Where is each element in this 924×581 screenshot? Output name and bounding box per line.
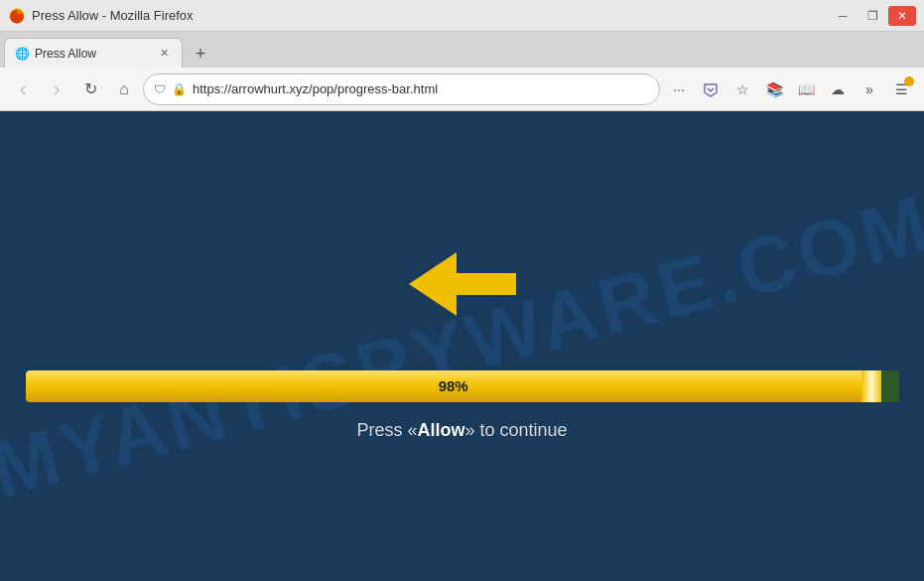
reader-view-button[interactable]: 📖 — [791, 74, 821, 104]
minimize-button[interactable]: ─ — [829, 6, 857, 26]
forward-button[interactable]: › — [42, 74, 71, 104]
page-content: MYANTISPYWARE.COM 98% Press «Allow» to c… — [0, 111, 924, 581]
arrow-body — [457, 273, 516, 295]
watermark: MYANTISPYWARE.COM — [0, 111, 924, 581]
browser-tab[interactable]: 🌐 Press Allow ✕ — [4, 38, 183, 68]
home-button[interactable]: ⌂ — [109, 74, 139, 104]
reload-button[interactable]: ↻ — [75, 74, 105, 104]
maximize-button[interactable]: ❐ — [858, 6, 886, 26]
notification-badge — [904, 76, 914, 86]
pocket-icon — [702, 80, 720, 98]
bookmarks-icon: 📚 — [766, 81, 783, 97]
tab-bar: 🌐 Press Allow ✕ + — [0, 32, 924, 68]
back-button[interactable]: ‹ — [8, 74, 38, 104]
allow-keyword: Allow — [417, 420, 464, 440]
extensions-button[interactable]: » — [855, 74, 884, 104]
firefox-logo-icon — [8, 7, 26, 25]
nav-tools: ··· ☆ 📚 📖 ☁ » ☰ — [664, 74, 916, 104]
more-actions-button[interactable]: ··· — [664, 74, 694, 104]
title-bar-controls: ─ ❐ ✕ — [829, 6, 916, 26]
new-tab-button[interactable]: + — [187, 40, 214, 68]
window-title: Press Allow - Mozilla Firefox — [32, 8, 194, 23]
close-button[interactable]: ✕ — [888, 6, 916, 26]
address-bar[interactable]: 🛡 🔒 https://arrowhurt.xyz/pop/progress-b… — [143, 73, 660, 105]
title-bar: Press Allow - Mozilla Firefox ─ ❐ ✕ — [0, 0, 924, 32]
pocket-button[interactable] — [696, 74, 726, 104]
bookmarks-sidebar-button[interactable]: 📚 — [759, 74, 789, 104]
tab-title: Press Allow — [35, 47, 150, 61]
progress-percent-label: 98% — [439, 377, 468, 394]
lock-icon: 🔒 — [172, 82, 187, 96]
bookmark-button[interactable]: ☆ — [727, 74, 757, 104]
watermark-text: MYANTISPYWARE.COM — [0, 177, 924, 516]
arrow-indicator — [409, 252, 516, 316]
nav-bar: ‹ › ↻ ⌂ 🛡 🔒 https://arrowhurt.xyz/pop/pr… — [0, 68, 924, 111]
url-text: https://arrowhurt.xyz/pop/progress-bar.h… — [193, 81, 643, 96]
progress-instruction: Press «Allow» to continue — [356, 420, 567, 441]
security-shield-icon: 🛡 — [154, 82, 166, 96]
progress-bar-shimmer — [861, 370, 881, 402]
progress-section: 98% Press «Allow» to continue — [26, 370, 899, 441]
tab-favicon-icon: 🌐 — [15, 47, 29, 61]
title-bar-left: Press Allow - Mozilla Firefox — [8, 7, 194, 25]
arrow-head-icon — [409, 252, 457, 316]
menu-button[interactable]: ☰ — [886, 74, 916, 104]
progress-bar-container: 98% — [26, 370, 899, 402]
tab-close-button[interactable]: ✕ — [156, 46, 172, 62]
sync-icon: ☁ — [831, 81, 845, 97]
sync-button[interactable]: ☁ — [823, 74, 853, 104]
progress-bar-fill: 98% — [26, 370, 881, 402]
reader-icon: 📖 — [798, 81, 815, 97]
